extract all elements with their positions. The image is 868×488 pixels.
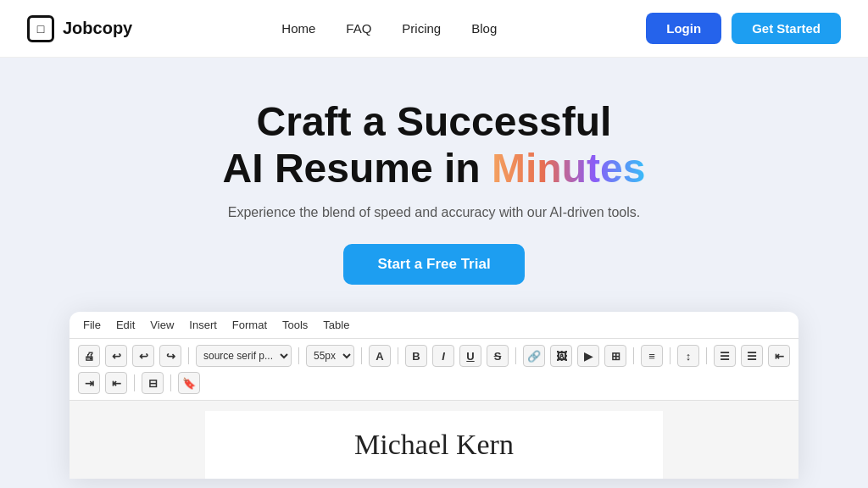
video-icon[interactable]: ▶ xyxy=(577,345,599,367)
menu-format[interactable]: Format xyxy=(232,319,267,331)
outdent-icon[interactable]: ⇤ xyxy=(105,372,127,394)
bullet-list-icon[interactable]: ☰ xyxy=(714,345,736,367)
editor-menubar: File Edit View Insert Format Tools Table xyxy=(70,312,798,339)
numbered-list-icon[interactable]: ☰ xyxy=(741,345,763,367)
menu-edit[interactable]: Edit xyxy=(116,319,135,331)
logo-text: Jobcopy xyxy=(63,19,132,38)
get-started-button[interactable]: Get Started xyxy=(732,13,841,44)
editor-toolbar: 🖨 ↩ ↩ ↪ source serif p... 55px A B I U S xyxy=(70,339,798,401)
menu-table[interactable]: Table xyxy=(323,319,349,331)
divider4 xyxy=(398,347,398,364)
menu-file[interactable]: File xyxy=(83,319,101,331)
divider2 xyxy=(298,347,299,364)
divider7 xyxy=(670,347,670,364)
bookmark-icon[interactable]: 🔖 xyxy=(178,372,200,394)
document-name: Michael Kern xyxy=(354,429,514,461)
undo-icon[interactable]: ↩ xyxy=(105,345,127,367)
more-options-icon[interactable]: ⊟ xyxy=(142,372,164,394)
divider3 xyxy=(361,347,362,364)
start-trial-button[interactable]: Start a Free Trial xyxy=(343,244,524,285)
indent-left-icon[interactable]: ⇤ xyxy=(768,345,790,367)
hero-title-ai-resume: AI Resume xyxy=(223,146,444,191)
divider5 xyxy=(515,347,516,364)
hero-title-line2: AI Resume in Minutes xyxy=(223,145,646,191)
hero-subtitle: Experience the blend of speed and accura… xyxy=(228,205,641,220)
text-color-icon[interactable]: A xyxy=(369,345,391,367)
hero-section: Craft a Successful AI Resume in Minutes … xyxy=(0,58,868,488)
hero-title-minutes: Minutes xyxy=(492,146,645,191)
strikethrough-button[interactable]: S xyxy=(487,345,509,367)
undo2-icon[interactable]: ↩ xyxy=(132,345,154,367)
table-icon[interactable]: ⊞ xyxy=(604,345,626,367)
editor-preview: File Edit View Insert Format Tools Table… xyxy=(70,312,798,479)
menu-insert[interactable]: Insert xyxy=(189,319,217,331)
print-icon[interactable]: 🖨 xyxy=(78,345,100,367)
blog-link[interactable]: Blog xyxy=(471,21,497,36)
divider8 xyxy=(706,347,707,364)
editor-document[interactable]: Michael Kern xyxy=(205,411,663,479)
italic-button[interactable]: I xyxy=(432,345,454,367)
line-spacing-icon[interactable]: ↕ xyxy=(677,345,699,367)
navbar: □ Jobcopy Home FAQ Pricing Blog Login Ge… xyxy=(0,0,868,58)
hero-title-in: in xyxy=(444,146,492,191)
divider1 xyxy=(188,347,189,364)
redo-icon[interactable]: ↪ xyxy=(159,345,181,367)
indent-right-icon[interactable]: ⇥ xyxy=(78,372,100,394)
editor-body: Michael Kern xyxy=(70,401,798,479)
login-button[interactable]: Login xyxy=(646,13,721,44)
hero-title: Craft a Successful AI Resume in Minutes xyxy=(223,98,646,191)
divider10 xyxy=(170,374,171,391)
menu-tools[interactable]: Tools xyxy=(282,319,308,331)
divider6 xyxy=(633,347,634,364)
font-size-select[interactable]: 55px xyxy=(306,345,354,367)
menu-view[interactable]: View xyxy=(150,319,174,331)
divider9 xyxy=(134,374,135,391)
nav-actions: Login Get Started xyxy=(646,13,841,44)
underline-button[interactable]: U xyxy=(459,345,481,367)
faq-link[interactable]: FAQ xyxy=(346,21,371,36)
pricing-link[interactable]: Pricing xyxy=(402,21,441,36)
image-icon[interactable]: 🖼 xyxy=(550,345,572,367)
nav-links: Home FAQ Pricing Blog xyxy=(281,21,497,36)
align-icon[interactable]: ≡ xyxy=(641,345,663,367)
logo-icon: □ xyxy=(27,15,54,42)
hero-title-line1: Craft a Successful xyxy=(257,99,612,144)
home-link[interactable]: Home xyxy=(281,21,315,36)
logo[interactable]: □ Jobcopy xyxy=(27,15,132,42)
bold-button[interactable]: B xyxy=(405,345,427,367)
font-family-select[interactable]: source serif p... xyxy=(196,345,292,367)
link-icon[interactable]: 🔗 xyxy=(523,345,545,367)
